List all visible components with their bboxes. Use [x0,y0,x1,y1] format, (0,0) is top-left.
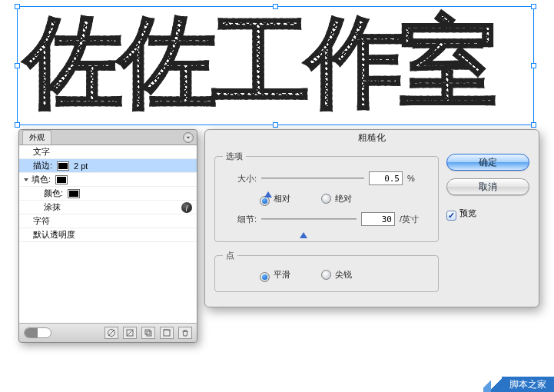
checkbox-icon [446,211,456,221]
svg-line-3 [127,330,133,336]
tab-appearance[interactable]: 外观 [22,130,51,145]
artwork-text[interactable]: 佐佐工作室 [25,0,493,130]
row-label: 颜色: [44,188,63,199]
row-label: 文字 [33,146,50,158]
radio-corner[interactable]: 尖锐 [321,269,352,282]
appearance-footer [19,324,197,342]
roughen-dialog: 粗糙化 选项 大小: % 相对 绝对 细节: [204,129,539,307]
appearance-row-color[interactable]: 颜色: [19,187,197,201]
options-group: 选项 大小: % 相对 绝对 细节: [214,151,439,242]
panel-menu-button[interactable] [183,132,194,143]
size-unit: % [407,174,430,183]
appearance-row-scribble[interactable]: 涂抹 f [19,201,197,214]
cancel-button[interactable]: 取消 [446,178,529,195]
size-label: 大小: [223,173,257,184]
panel-tabbar: 外观 [19,130,197,145]
radio-icon [321,194,331,204]
appearance-panel: 外观 文字 描边: 2 pt 填色: 颜色: 涂抹 f 字符 [18,129,197,343]
delete-button[interactable] [178,327,192,339]
appearance-row-character[interactable]: 字符 [19,214,197,228]
row-label: 默认透明度 [33,229,75,241]
watermark-site: 脚本之家 [502,377,554,392]
svg-rect-5 [147,331,151,336]
new-button[interactable] [160,327,174,339]
resize-handle[interactable] [15,4,20,9]
detail-slider-thumb[interactable] [300,232,307,238]
resize-handle[interactable] [531,63,536,68]
svg-line-1 [108,330,114,336]
stroke-value: 2 pt [74,161,88,171]
svg-rect-4 [145,330,150,334]
stroke-swatch[interactable] [57,161,69,171]
disclosure-triangle-icon[interactable] [24,178,28,181]
points-row: 平滑 尖锐 [223,269,430,282]
detail-unit: /英寸 [400,214,430,225]
radio-icon [260,272,270,282]
resize-handle[interactable] [15,63,20,68]
effect-icon[interactable]: f [181,202,192,213]
clear-appearance-button[interactable] [123,327,137,339]
points-group: 点 平滑 尖锐 [214,250,439,292]
size-slider[interactable] [261,172,364,184]
appearance-row-stroke[interactable]: 描边: 2 pt [19,159,197,173]
radio-icon [321,270,331,280]
detail-label: 细节: [223,214,257,225]
duplicate-button[interactable] [141,327,155,339]
detail-slider[interactable] [261,213,357,225]
preview-label: 预览 [459,208,476,218]
radio-smooth[interactable]: 平滑 [260,269,290,282]
color-swatch[interactable] [68,189,80,198]
row-label: 填色: [32,174,51,185]
resize-handle[interactable] [15,122,20,128]
size-slider-thumb[interactable] [264,191,272,198]
watermark-banner: 脚本之家 [483,377,554,392]
resize-handle[interactable] [531,4,536,9]
preview-checkbox[interactable]: 预览 [446,208,529,221]
radio-absolute[interactable]: 绝对 [321,193,352,206]
size-mode-row: 相对 绝对 [223,193,430,206]
appearance-row-type[interactable]: 文字 [19,145,197,159]
dialog-title: 粗糙化 [205,130,539,145]
row-label: 涂抹 [44,201,61,213]
toggle-pill[interactable] [24,327,51,338]
appearance-row-opacity[interactable]: 默认透明度 [19,228,197,242]
points-legend: 点 [223,250,237,261]
resize-handle[interactable] [531,122,536,128]
row-label: 描边: [33,160,52,171]
appearance-row-fill[interactable]: 填色: [19,173,197,187]
no-stroke-button[interactable] [104,327,118,339]
canvas-area[interactable]: 佐佐工作室 [9,6,546,125]
fill-swatch[interactable] [55,175,68,184]
row-label: 字符 [33,215,50,227]
ok-button[interactable]: 确定 [446,154,529,171]
options-legend: 选项 [223,151,246,162]
appearance-list: 文字 描边: 2 pt 填色: 颜色: 涂抹 f 字符 默认透明度 [19,145,197,324]
